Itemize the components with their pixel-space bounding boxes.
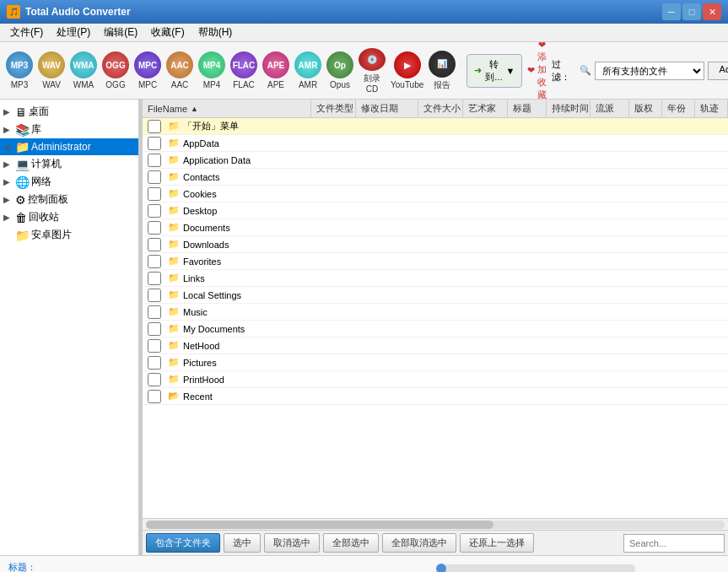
amr-label: AMR [299, 80, 317, 89]
file-cell-name: 📁 Downloads [143, 236, 311, 252]
maximize-button[interactable]: □ [682, 3, 701, 20]
file-checkbox[interactable] [148, 154, 161, 167]
col-header-filename[interactable]: FileName ▲ [143, 100, 311, 117]
table-row[interactable]: 📁 Cookies [143, 186, 728, 202]
file-cell-genre [591, 135, 630, 151]
col-header-genre[interactable]: 流派 [590, 100, 629, 117]
horizontal-scrollbar[interactable] [143, 518, 728, 530]
minimize-button[interactable]: ─ [662, 3, 681, 20]
include-subfolders-button[interactable]: 包含子文件夹 [146, 533, 220, 553]
table-row[interactable]: 📁 AppData [143, 135, 728, 152]
file-cell-rights [630, 152, 663, 168]
file-checkbox[interactable] [148, 356, 161, 370]
col-header-filesize[interactable]: 文件大小 [418, 100, 463, 117]
file-checkbox[interactable] [148, 120, 161, 133]
file-checkbox[interactable] [148, 238, 161, 251]
progress-bar[interactable] [441, 564, 635, 572]
file-checkbox[interactable] [148, 204, 161, 218]
sidebar-item-computer[interactable]: ▶ 💻 计算机 [0, 155, 138, 173]
file-checkbox[interactable] [148, 390, 161, 403]
table-row[interactable]: 📁 Music [143, 304, 728, 321]
deselect-all-button[interactable]: 全部取消选中 [382, 533, 456, 553]
search-input[interactable] [623, 534, 725, 553]
file-checkbox[interactable] [148, 221, 161, 235]
file-checkbox[interactable] [148, 305, 161, 319]
file-checkbox[interactable] [148, 339, 161, 353]
table-row[interactable]: 📁 Desktop [143, 202, 728, 219]
progress-handle[interactable] [436, 564, 446, 572]
file-cell-year [662, 371, 695, 387]
table-row[interactable]: 📁 Application Data [143, 152, 728, 169]
format-flac-button[interactable]: FLAC FLAC [229, 47, 258, 94]
format-ogg-button[interactable]: OGG OGG [101, 47, 130, 94]
sidebar-item-android-pics[interactable]: ▶ 📁 安卓图片 [0, 226, 138, 244]
file-checkbox[interactable] [148, 255, 161, 268]
col-header-filetype[interactable]: 文件类型 [311, 100, 356, 117]
sidebar-item-desktop[interactable]: ▶ 🖥 桌面 [0, 103, 138, 121]
file-checkbox[interactable] [148, 289, 161, 302]
file-checkbox[interactable] [148, 272, 161, 285]
format-amr-button[interactable]: AMR AMR [294, 47, 322, 94]
format-mp3-button[interactable]: MP3 MP3 [5, 47, 34, 94]
file-checkbox[interactable] [148, 373, 161, 386]
file-checkbox[interactable] [148, 187, 161, 201]
menu-favorites[interactable]: 收藏(F) [144, 24, 191, 41]
table-row[interactable]: 📁 Local Settings [143, 287, 728, 304]
goto-button[interactable]: ➜ 转到... ▼ [466, 54, 522, 88]
format-mp4-button[interactable]: MP4 MP4 [197, 47, 226, 94]
filter-select[interactable]: 所有支持的文件 MP3文件 WAV文件 FLAC文件 [595, 62, 704, 80]
player-section: 00:00 00:00 ⏮ ⏪ ▶ ⏩ ⏭ [441, 561, 635, 572]
ape-label: APE [267, 80, 284, 89]
format-wma-button[interactable]: WMA WMA [69, 47, 98, 94]
file-list[interactable]: 📁 「开始」菜单 📁 AppData [143, 118, 728, 518]
table-row[interactable]: 📁 Pictures [143, 354, 728, 371]
file-checkbox[interactable] [148, 322, 161, 336]
table-row[interactable]: 📁 NetHood [143, 337, 728, 354]
sidebar-item-recycle[interactable]: ▶ 🗑 回收站 [0, 208, 138, 226]
table-row[interactable]: 📁 Downloads [143, 236, 728, 253]
report-button[interactable]: 📊 报告 [428, 47, 456, 94]
table-row[interactable]: 📁 PrintHood [143, 371, 728, 388]
table-row[interactable]: 📁 Links [143, 270, 728, 287]
advanced-filter-button[interactable]: Advanced filter [708, 62, 728, 80]
youtube-button[interactable]: ▶ YouTube [390, 47, 424, 94]
menu-process[interactable]: 处理(P) [50, 24, 97, 41]
burn-cd-button[interactable]: 💿 刻录 CD [358, 47, 386, 94]
col-header-artist[interactable]: 艺术家 [463, 100, 508, 117]
table-row[interactable]: 📂 Recent [143, 388, 728, 405]
close-button[interactable]: ✕ [703, 3, 721, 20]
table-row[interactable]: 📁 My Documents [143, 321, 728, 337]
menu-help[interactable]: 帮助(H) [191, 24, 240, 41]
col-artist-label: 艺术家 [468, 102, 496, 115]
col-header-title[interactable]: 标题 [508, 100, 547, 117]
restore-button[interactable]: 还原上一选择 [460, 533, 534, 553]
deselect-button[interactable]: 取消选中 [264, 533, 320, 553]
format-aac-button[interactable]: AAC AAC [165, 47, 194, 94]
format-opus-button[interactable]: Op Opus [326, 47, 354, 94]
col-header-year[interactable]: 年份 [662, 100, 695, 117]
select-all-button[interactable]: 全部选中 [323, 533, 379, 553]
menu-file[interactable]: 文件(F) [3, 24, 50, 41]
sidebar-item-network[interactable]: ▶ 🌐 网络 [0, 173, 138, 191]
col-header-duration[interactable]: 持续时间 [547, 100, 591, 117]
file-cell-duration [547, 354, 591, 370]
col-header-modified[interactable]: 修改日期 [356, 100, 418, 117]
col-header-rights[interactable]: 版权 [629, 100, 662, 117]
select-button[interactable]: 选中 [224, 533, 261, 553]
sidebar-item-administrator[interactable]: ▼ 📁 Administrator [0, 138, 138, 155]
add-favorites-button[interactable]: ❤ ❤ 添加收藏 [527, 40, 547, 101]
menu-edit[interactable]: 编辑(E) [97, 24, 144, 41]
file-checkbox[interactable] [148, 137, 161, 150]
table-row[interactable]: 📁 Favorites [143, 253, 728, 270]
table-row[interactable]: 📁 「开始」菜单 [143, 118, 728, 135]
col-header-track[interactable]: 轨迹 [695, 100, 728, 117]
sidebar-item-controlpanel[interactable]: ▶ ⚙ 控制面板 [0, 191, 138, 208]
format-ape-button[interactable]: APE APE [262, 47, 290, 94]
file-checkbox[interactable] [148, 170, 161, 184]
format-mpc-button[interactable]: MPC MPC [133, 47, 162, 94]
table-row[interactable]: 📁 Contacts [143, 169, 728, 186]
format-wav-button[interactable]: WAV WAV [37, 47, 66, 94]
sidebar-item-library[interactable]: ▶ 📚 库 [0, 121, 138, 138]
table-row[interactable]: 📁 Documents [143, 219, 728, 236]
filter-label: 过滤： [552, 58, 575, 84]
